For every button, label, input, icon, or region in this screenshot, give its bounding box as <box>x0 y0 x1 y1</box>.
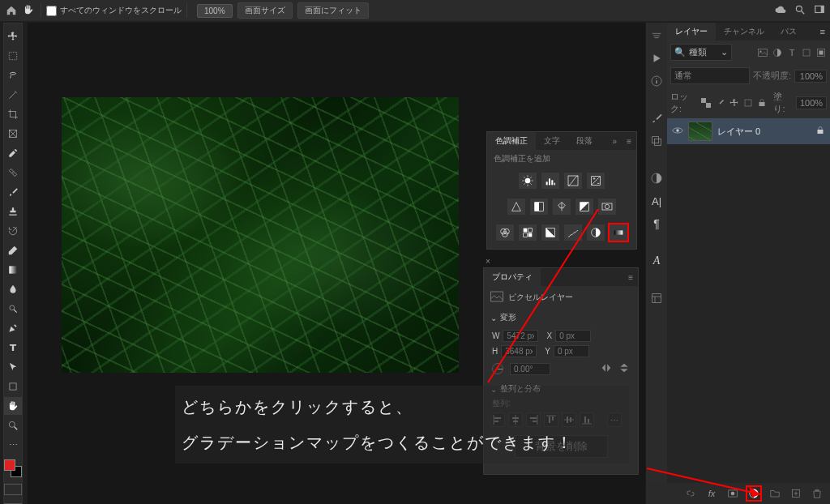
clone-panel-icon[interactable] <box>648 133 665 149</box>
shape-tool-icon[interactable] <box>4 378 22 395</box>
lock-icon[interactable] <box>815 126 825 137</box>
panel-collapse-icon[interactable]: » <box>608 137 622 146</box>
pen-tool-icon[interactable] <box>4 319 22 337</box>
group-icon[interactable] <box>768 487 781 500</box>
dodge-tool-icon[interactable] <box>4 300 22 318</box>
tab-character[interactable]: 文字 <box>536 132 568 150</box>
gradient-tool-icon[interactable] <box>4 261 22 279</box>
brush-tool-icon[interactable] <box>4 183 22 201</box>
tab-channels[interactable]: チャンネル <box>716 23 772 41</box>
height-input[interactable] <box>501 345 537 357</box>
history-panel-icon[interactable] <box>648 50 665 66</box>
zoom-field[interactable]: 100% <box>197 4 233 18</box>
cloud-sync-icon[interactable] <box>775 4 786 17</box>
stamp-tool-icon[interactable] <box>4 203 22 220</box>
channel-mixer-icon[interactable] <box>496 224 514 241</box>
layer-name[interactable]: レイヤー 0 <box>717 126 811 138</box>
mask-icon[interactable] <box>726 487 739 500</box>
tab-layers[interactable]: レイヤー <box>667 23 716 41</box>
search-icon[interactable] <box>794 4 806 17</box>
lock-image-icon[interactable] <box>715 97 725 109</box>
flip-h-icon[interactable] <box>601 362 612 375</box>
black-white-icon[interactable] <box>575 199 593 215</box>
photo-filter-icon[interactable] <box>598 199 616 215</box>
tab-adjustments[interactable]: 色調補正 <box>487 132 536 150</box>
lock-trans-icon[interactable] <box>701 97 712 109</box>
marquee-tool-icon[interactable] <box>4 47 22 65</box>
rotation-input[interactable] <box>510 363 550 375</box>
frame-tool-icon[interactable] <box>4 125 22 143</box>
quickmask-icon[interactable] <box>4 484 22 495</box>
transform-header[interactable]: ⌄ 変形 <box>484 309 638 327</box>
path-select-icon[interactable] <box>4 358 22 376</box>
link-layers-icon[interactable] <box>684 487 697 500</box>
exposure-icon[interactable] <box>587 173 605 189</box>
threshold-icon[interactable] <box>587 224 605 241</box>
move-tool-icon[interactable] <box>4 28 22 45</box>
lock-all-icon[interactable] <box>756 97 767 109</box>
brightness-contrast-icon[interactable] <box>519 173 537 189</box>
home-icon[interactable] <box>5 4 18 17</box>
character-tab-icon[interactable]: A| <box>648 193 665 209</box>
workspace-icon[interactable] <box>814 4 825 17</box>
curves-icon[interactable] <box>564 173 582 189</box>
fg-color-swatch[interactable] <box>4 459 15 471</box>
rotation-dial[interactable] <box>492 363 503 374</box>
trash-icon[interactable] <box>811 487 824 500</box>
filter-type-icon[interactable]: T <box>786 47 798 58</box>
crop-tool-icon[interactable] <box>4 105 22 123</box>
posterize-icon[interactable] <box>564 224 582 241</box>
more-tools-icon[interactable]: ⋯ <box>4 436 22 454</box>
levels-icon[interactable] <box>541 173 559 189</box>
filter-smart-icon[interactable] <box>815 47 827 58</box>
eyedropper-tool-icon[interactable] <box>4 144 22 162</box>
color-lookup-icon[interactable] <box>519 224 537 241</box>
opacity-value[interactable]: 100% <box>794 70 827 83</box>
lock-nest-icon[interactable] <box>742 97 753 109</box>
info-panel-icon[interactable] <box>648 73 665 89</box>
lock-pos-icon[interactable] <box>729 97 739 109</box>
lasso-tool-icon[interactable] <box>4 66 22 84</box>
new-layer-icon[interactable] <box>789 487 802 500</box>
zoom-tool-icon[interactable] <box>4 416 22 434</box>
hand-tool-icon[interactable] <box>23 4 36 17</box>
visibility-icon[interactable] <box>672 126 683 136</box>
document-canvas[interactable] <box>62 97 459 373</box>
fill-value[interactable]: 100% <box>796 96 827 109</box>
layer-row[interactable]: レイヤー 0 <box>667 118 830 144</box>
brushes-panel-icon[interactable] <box>648 110 665 126</box>
layer-filter-kind[interactable]: 🔍 種類 ⌄ <box>670 44 732 61</box>
close-icon[interactable]: × <box>486 257 490 266</box>
invert-icon[interactable] <box>541 224 559 241</box>
tab-paragraph[interactable]: 段落 <box>568 132 601 150</box>
healing-tool-icon[interactable] <box>4 164 22 182</box>
fx-icon[interactable]: fx <box>705 487 718 500</box>
y-input[interactable] <box>554 345 589 357</box>
vibrance-icon[interactable] <box>507 199 525 215</box>
width-input[interactable] <box>503 330 538 342</box>
x-input[interactable] <box>555 330 591 342</box>
type-tool-icon[interactable] <box>4 339 22 357</box>
tab-properties[interactable]: プロパティ <box>484 268 541 286</box>
gradient-map-icon[interactable] <box>610 224 627 241</box>
scroll-all-checkbox[interactable]: すべてのウィンドウをスクロール <box>46 5 182 16</box>
color-balance-icon[interactable] <box>553 199 571 215</box>
properties-tab-icon[interactable] <box>648 290 665 306</box>
tab-paths[interactable]: パス <box>772 23 805 41</box>
color-panel-icon[interactable] <box>648 28 665 44</box>
flip-v-icon[interactable] <box>618 362 630 375</box>
color-swatches[interactable] <box>4 459 22 477</box>
hand-tool-icon[interactable] <box>4 397 22 415</box>
adjustments-tab-icon[interactable] <box>648 170 665 186</box>
history-brush-icon[interactable] <box>4 222 22 240</box>
panel-menu-icon[interactable]: ≡ <box>623 273 638 282</box>
actual-size-button[interactable]: 画面サイズ <box>237 2 293 19</box>
paragraph-tab-icon[interactable]: ¶ <box>648 216 665 232</box>
eraser-tool-icon[interactable] <box>4 241 22 259</box>
panel-menu-icon[interactable]: ≡ <box>622 137 636 146</box>
blur-tool-icon[interactable] <box>4 280 22 298</box>
filter-adjust-icon[interactable] <box>772 47 783 58</box>
filter-shape-icon[interactable] <box>801 47 812 58</box>
glyphs-tab-icon[interactable]: A <box>648 253 665 269</box>
filter-image-icon[interactable] <box>757 47 768 58</box>
